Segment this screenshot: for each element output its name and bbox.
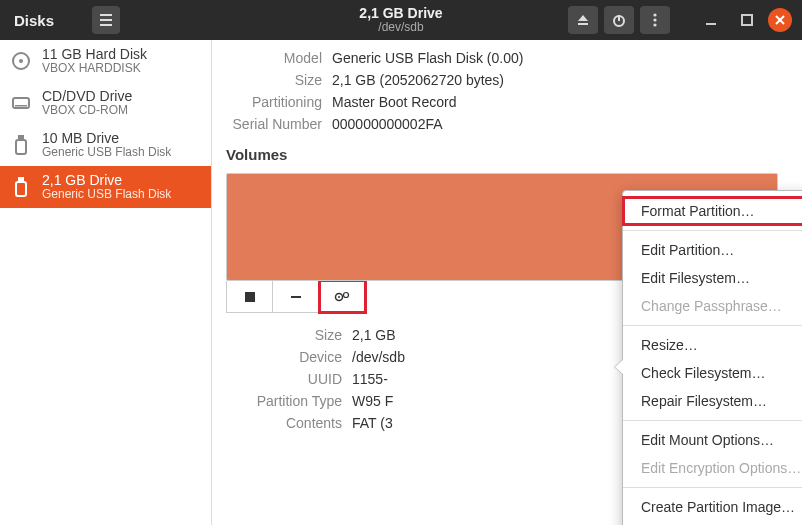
- sidebar-item-sublabel: VBOX CD-ROM: [42, 104, 132, 118]
- sidebar-item-label: CD/DVD Drive: [42, 88, 132, 104]
- menu-change-passphrase: Change Passphrase…: [623, 292, 802, 320]
- sidebar-item-sublabel: VBOX HARDDISK: [42, 62, 147, 76]
- value-model: Generic USB Flash Disk (0.00): [332, 50, 523, 66]
- usb-icon: [10, 131, 32, 159]
- svg-rect-15: [291, 296, 301, 298]
- label-ptype: Partition Type: [222, 393, 352, 409]
- value-device: /dev/sdb: [352, 349, 405, 365]
- sidebar-item-sublabel: Generic USB Flash Disk: [42, 146, 171, 160]
- sidebar-item-sublabel: Generic USB Flash Disk: [42, 188, 171, 202]
- menu-edit-partition[interactable]: Edit Partition…: [623, 236, 802, 264]
- value-contents: FAT (3: [352, 415, 393, 431]
- label-vsize: Size: [222, 327, 352, 343]
- hdd-icon: [10, 47, 32, 75]
- close-icon: [775, 15, 785, 25]
- delete-partition-button[interactable]: [273, 281, 319, 312]
- eject-icon: [576, 13, 590, 27]
- sidebar-item-label: 10 MB Drive: [42, 130, 171, 146]
- close-button[interactable]: [768, 8, 792, 32]
- label-uuid: UUID: [222, 371, 352, 387]
- optical-icon: [10, 89, 32, 117]
- hamburger-icon: [99, 13, 113, 27]
- menu-create-partition-image[interactable]: Create Partition Image…: [623, 493, 802, 521]
- svg-rect-9: [15, 105, 27, 107]
- value-uuid: 1155-: [352, 371, 388, 387]
- drive-subtitle: /dev/sdb: [359, 21, 442, 35]
- app-title: Disks: [14, 12, 54, 29]
- eject-button[interactable]: [568, 6, 598, 34]
- menu-edit-encryption-options: Edit Encryption Options…: [623, 454, 802, 482]
- kebab-icon: [653, 13, 657, 27]
- label-size: Size: [222, 72, 332, 88]
- power-icon: [612, 13, 626, 27]
- minimize-icon: [705, 14, 717, 26]
- menu-resize[interactable]: Resize…: [623, 331, 802, 359]
- svg-point-7: [19, 59, 23, 63]
- value-partitioning: Master Boot Record: [332, 94, 457, 110]
- sidebar-item-label: 2,1 GB Drive: [42, 172, 171, 188]
- label-partitioning: Partitioning: [222, 94, 332, 110]
- usb-icon: [10, 173, 32, 201]
- menu-edit-filesystem[interactable]: Edit Filesystem…: [623, 264, 802, 292]
- content: ModelGeneric USB Flash Disk (0.00) Size2…: [212, 40, 802, 525]
- menu-edit-mount-options[interactable]: Edit Mount Options…: [623, 426, 802, 454]
- header-center: 2,1 GB Drive /dev/sdb: [359, 5, 442, 35]
- stop-icon: [244, 291, 256, 303]
- svg-point-1: [653, 13, 656, 16]
- minus-icon: [290, 291, 302, 303]
- menu-format-partition[interactable]: Format Partition…: [623, 197, 802, 225]
- svg-rect-4: [706, 23, 716, 25]
- sidebar-item-cddvd[interactable]: CD/DVD DriveVBOX CD-ROM: [0, 82, 211, 124]
- svg-point-3: [653, 23, 656, 26]
- sidebar-item-10mb-drive[interactable]: 10 MB DriveGeneric USB Flash Disk: [0, 124, 211, 166]
- svg-rect-5: [742, 15, 752, 25]
- maximize-icon: [741, 14, 753, 26]
- value-ptype: W95 F: [352, 393, 393, 409]
- mount-button[interactable]: [227, 281, 273, 312]
- svg-rect-13: [16, 182, 26, 196]
- value-serial: 000000000002FA: [332, 116, 443, 132]
- power-button[interactable]: [604, 6, 634, 34]
- sidebar: 11 GB Hard DiskVBOX HARDDISK CD/DVD Driv…: [0, 40, 212, 525]
- sidebar-item-hard-disk[interactable]: 11 GB Hard DiskVBOX HARDDISK: [0, 40, 211, 82]
- label-contents: Contents: [222, 415, 352, 431]
- gears-icon: [334, 290, 350, 304]
- drive-title: 2,1 GB Drive: [359, 5, 442, 21]
- svg-point-2: [653, 18, 656, 21]
- titlebar: Disks 2,1 GB Drive /dev/sdb: [0, 0, 802, 40]
- svg-point-17: [338, 296, 340, 298]
- contents-text: FAT (3: [352, 415, 393, 431]
- minimize-button[interactable]: [696, 6, 726, 34]
- label-serial: Serial Number: [222, 116, 332, 132]
- volume-settings-menu: Format Partition… Edit Partition… Edit F…: [622, 190, 802, 525]
- volume-toolbar: [226, 281, 366, 313]
- value-size: 2,1 GB (2052062720 bytes): [332, 72, 504, 88]
- sidebar-item-label: 11 GB Hard Disk: [42, 46, 147, 62]
- drive-options-button[interactable]: [640, 6, 670, 34]
- maximize-button[interactable]: [732, 6, 762, 34]
- label-model: Model: [222, 50, 332, 66]
- svg-point-18: [344, 292, 349, 297]
- label-device: Device: [222, 349, 352, 365]
- svg-rect-11: [16, 140, 26, 154]
- value-vsize: 2,1 GB: [352, 327, 396, 343]
- menu-repair-filesystem[interactable]: Repair Filesystem…: [623, 387, 802, 415]
- app-menu-button[interactable]: [92, 6, 120, 34]
- volumes-heading: Volumes: [226, 146, 782, 163]
- svg-rect-14: [245, 292, 255, 302]
- menu-check-filesystem[interactable]: Check Filesystem…: [623, 359, 802, 387]
- sidebar-item-2gb-drive[interactable]: 2,1 GB DriveGeneric USB Flash Disk: [0, 166, 211, 208]
- volume-settings-button[interactable]: [320, 281, 365, 312]
- menu-restore-partition-image[interactable]: Restore Partition Image…: [623, 521, 802, 525]
